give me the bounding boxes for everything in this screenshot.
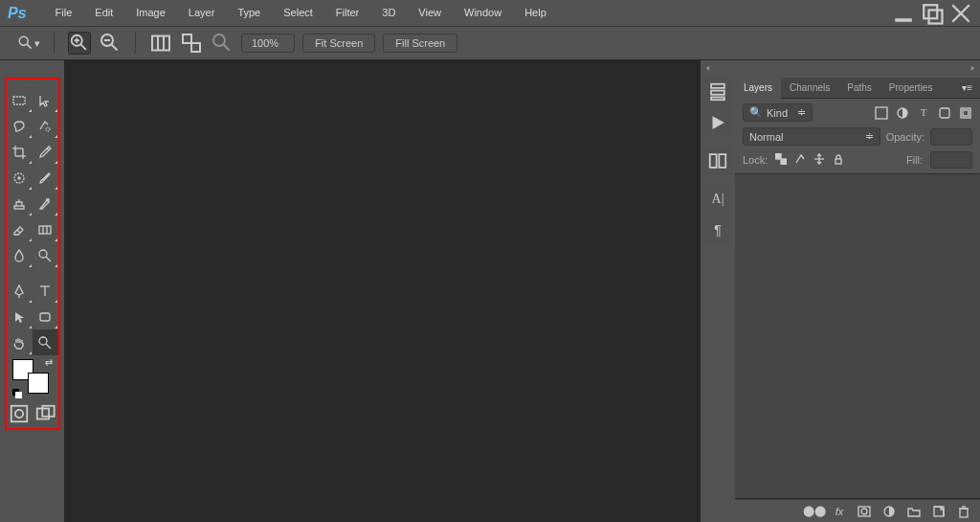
layers-list[interactable] — [735, 173, 980, 499]
libraries-panel-icon[interactable] — [707, 150, 728, 171]
lock-all-icon[interactable] — [833, 153, 844, 167]
history-panel-icon[interactable] — [707, 81, 728, 102]
default-colors-icon[interactable] — [12, 389, 23, 399]
layer-mask-icon[interactable] — [858, 505, 871, 518]
tab-paths[interactable]: Paths — [838, 78, 880, 99]
quick-mask-toggle[interactable] — [9, 405, 30, 422]
rectangle-tool[interactable] — [33, 304, 58, 329]
collapse-mini-icon[interactable]: ‹‹ — [706, 63, 708, 73]
svg-rect-33 — [39, 226, 51, 234]
window-controls — [890, 5, 980, 22]
swap-colors-icon[interactable]: ⇄ — [45, 357, 53, 368]
quick-selection-tool[interactable] — [33, 113, 58, 139]
svg-point-45 — [15, 410, 23, 418]
screen-mode-toggle[interactable] — [34, 405, 56, 422]
svg-rect-1 — [924, 5, 937, 18]
svg-rect-48 — [711, 84, 724, 88]
window-maximize-button[interactable] — [919, 5, 946, 22]
character-panel-icon[interactable]: A| — [707, 189, 728, 210]
zoom-tool[interactable] — [33, 329, 58, 355]
toolbox: :::::: ⇄ — [5, 78, 60, 430]
pen-tool[interactable] — [7, 278, 33, 304]
svg-line-20 — [224, 45, 230, 51]
lock-transparency-icon[interactable] — [775, 153, 787, 167]
brush-tool[interactable] — [33, 165, 58, 191]
svg-rect-18 — [191, 43, 200, 52]
menu-3d[interactable]: 3D — [370, 0, 407, 26]
marquee-tool[interactable] — [7, 87, 33, 113]
type-tool[interactable] — [33, 278, 58, 304]
fill-input[interactable] — [930, 151, 972, 169]
resize-windows-toggle[interactable] — [149, 32, 172, 55]
window-minimize-button[interactable] — [890, 5, 917, 22]
spot-healing-tool[interactable] — [7, 165, 33, 191]
new-group-icon[interactable] — [907, 505, 921, 518]
opacity-input[interactable] — [930, 128, 972, 146]
lasso-tool[interactable] — [7, 113, 33, 139]
svg-rect-58 — [963, 110, 969, 116]
layer-filter-dropdown[interactable]: 🔍Kind≑ — [743, 103, 813, 122]
filter-shape-icon[interactable] — [938, 106, 951, 120]
menu-view[interactable]: View — [407, 0, 453, 26]
hand-tool[interactable] — [7, 329, 33, 355]
svg-rect-2 — [929, 10, 943, 23]
tab-layers[interactable]: Layers — [735, 78, 781, 99]
menu-layer[interactable]: Layer — [177, 0, 227, 26]
menu-type[interactable]: Type — [226, 0, 272, 26]
eyedropper-tool[interactable] — [33, 139, 58, 165]
canvas-area[interactable] — [64, 60, 701, 522]
tool-preset-picker[interactable]: ▾ — [17, 32, 40, 55]
menu-image[interactable]: Image — [124, 0, 177, 26]
gradient-tool[interactable] — [33, 216, 58, 242]
clone-stamp-tool[interactable] — [7, 191, 33, 216]
layer-style-icon[interactable]: fx — [833, 506, 846, 517]
menu-help[interactable]: Help — [513, 0, 558, 26]
background-color[interactable] — [28, 373, 49, 394]
filter-pixel-icon[interactable] — [875, 106, 888, 120]
lock-position-icon[interactable] — [813, 153, 825, 167]
panel-menu-icon[interactable]: ▾≡ — [954, 82, 980, 93]
tab-properties[interactable]: Properties — [880, 78, 942, 99]
lock-label: Lock: — [743, 154, 768, 166]
path-selection-tool[interactable] — [7, 304, 33, 329]
zoom-out-button[interactable] — [99, 32, 122, 55]
menu-filter[interactable]: Filter — [324, 0, 370, 26]
filter-adjustment-icon[interactable] — [896, 106, 909, 120]
adjustment-layer-icon[interactable] — [882, 505, 896, 518]
filter-smart-icon[interactable] — [959, 106, 972, 120]
svg-line-32 — [17, 230, 20, 233]
scrubby-zoom-toggle[interactable] — [211, 32, 234, 55]
menu-window[interactable]: Window — [453, 0, 513, 26]
eraser-tool[interactable] — [7, 216, 33, 242]
zoom-all-windows-toggle[interactable] — [180, 32, 203, 55]
crop-tool[interactable] — [7, 139, 33, 165]
zoom-level-dropdown[interactable]: 100% — [241, 34, 295, 53]
dodge-tool[interactable] — [33, 242, 58, 268]
actions-panel-icon[interactable] — [707, 112, 728, 133]
lock-image-icon[interactable] — [794, 153, 806, 167]
svg-line-37 — [46, 257, 51, 261]
window-close-button[interactable] — [947, 5, 974, 22]
menu-edit[interactable]: Edit — [83, 0, 124, 26]
menu-file[interactable]: File — [44, 0, 84, 26]
history-brush-tool[interactable] — [33, 191, 58, 216]
filter-type-icon[interactable]: T — [917, 106, 930, 120]
blur-tool[interactable] — [7, 242, 33, 268]
menu-select[interactable]: Select — [272, 0, 324, 26]
svg-rect-56 — [940, 108, 949, 118]
new-layer-icon[interactable] — [932, 505, 946, 518]
link-layers-icon[interactable]: ⬤⬤ — [808, 505, 821, 517]
fill-screen-button[interactable]: Fill Screen — [383, 34, 457, 53]
svg-rect-68 — [960, 509, 968, 517]
workspace: ‹‹ :::::: ⇄ ‹‹ — [0, 60, 980, 522]
collapse-right-icon[interactable]: ›› — [970, 63, 972, 73]
blend-mode-dropdown[interactable]: Normal≑ — [743, 127, 880, 146]
fit-screen-button[interactable]: Fit Screen — [302, 34, 375, 53]
paragraph-panel-icon[interactable]: ¶ — [707, 219, 728, 240]
toolbox-dock: :::::: ⇄ — [0, 60, 64, 522]
svg-rect-52 — [710, 154, 717, 168]
delete-layer-icon[interactable] — [957, 505, 970, 518]
move-tool[interactable] — [33, 87, 58, 113]
tab-channels[interactable]: Channels — [781, 78, 838, 99]
zoom-in-button[interactable] — [68, 32, 91, 55]
